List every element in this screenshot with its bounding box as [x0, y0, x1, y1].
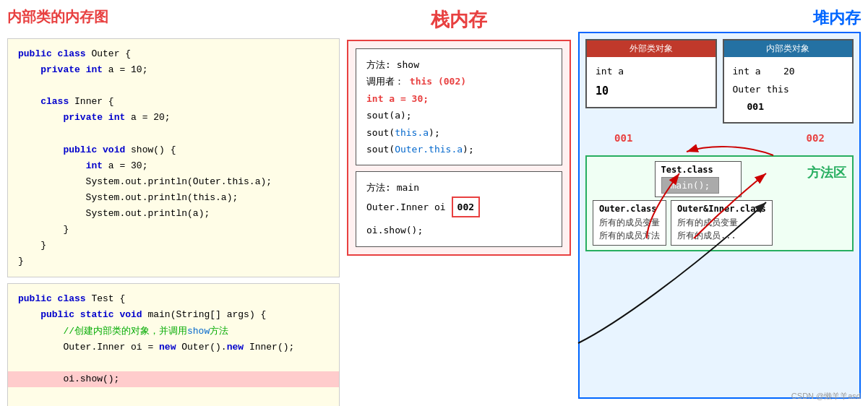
- caller-row: 调用者： this (002): [366, 73, 551, 90]
- inner-obj-body: int a 20 Outer this 001: [724, 57, 853, 122]
- class-row: Outer.class 所有的成员变量所有的成员方法 Outer&Inner.c…: [593, 200, 803, 246]
- outer-inner-class-box: Outer&Inner.class 所有的成员变量所有的成员...: [671, 200, 773, 246]
- stack-title: 栈内存: [431, 7, 487, 33]
- sout2: sout(this.a);: [366, 124, 551, 141]
- oi-decl-row: Outer.Inner oi 002: [366, 196, 551, 217]
- main-method-label: 方法: main: [366, 179, 551, 196]
- outer-inner-class-title: Outer&Inner.class: [677, 204, 766, 214]
- stack-border: 方法: show 调用者： this (002) int a = 30; sou…: [347, 40, 571, 256]
- test-class-box: Test.class main();: [655, 161, 742, 197]
- page-title: 内部类的内存图: [7, 7, 340, 27]
- outer-class-title: Outer.class: [599, 204, 660, 214]
- addr-001: 001: [614, 129, 632, 147]
- sout1: sout(a);: [366, 107, 551, 124]
- inner-obj-header: 内部类对象: [724, 40, 853, 57]
- int-decl: int a = 30;: [366, 90, 551, 107]
- heap-objects-row: 外部类对象 int a 10 内部类对象 i: [585, 39, 854, 124]
- code-block-test: public class Test { public static void m…: [7, 283, 340, 406]
- inner-outer-this-value: 001: [733, 98, 844, 116]
- sout3: sout(Outer.this.a);: [366, 141, 551, 157]
- oi-value: 002: [452, 196, 480, 217]
- main-frame: 方法: main Outer.Inner oi 002 oi.show();: [356, 171, 562, 246]
- heap-outer: 外部类对象 int a 10 内部类对象 i: [578, 32, 861, 399]
- watermark: CSDN @懒羊羊asd: [791, 391, 861, 402]
- outer-int-a-value: 10: [596, 81, 707, 102]
- inner-object-box: 内部类对象 int a 20 Outer this 001: [723, 39, 854, 124]
- addr-row: 001 002: [585, 128, 854, 151]
- main-method-btn: main();: [661, 177, 720, 194]
- outer-object-box: 外部类对象 int a 10: [585, 39, 717, 108]
- method-classes-col: Test.class main(); Outer.class 所有的成员变量所有…: [593, 161, 803, 246]
- outer-int-a: int a: [596, 63, 707, 81]
- outer-obj-header: 外部类对象: [587, 40, 716, 57]
- method-area: Test.class main(); Outer.class 所有的成员变量所有…: [585, 155, 854, 251]
- outer-obj-body: int a 10: [587, 57, 716, 107]
- code-block-outer: public class Outer { private int a = 10;…: [7, 38, 340, 277]
- stack-section: 栈内存 方法: show 调用者： this (002) int a = 30;…: [347, 7, 571, 399]
- heap-section: 堆内存 外部类对象 int a 10: [578, 7, 861, 399]
- show-frame: 方法: show 调用者： this (002) int a = 30; sou…: [356, 48, 562, 165]
- show-method-label: 方法: show: [366, 56, 551, 73]
- outer-inner-class-body: 所有的成员变量所有的成员...: [677, 216, 766, 242]
- code-section: 内部类的内存图 public class Outer { private int…: [7, 7, 340, 399]
- addr-002: 002: [807, 129, 825, 147]
- outer-class-box: Outer.class 所有的成员变量所有的成员方法: [593, 200, 666, 246]
- test-class-title: Test.class: [661, 165, 735, 175]
- show-call: oi.show();: [366, 222, 551, 238]
- inner-outer-this: Outer this: [733, 81, 844, 99]
- outer-class-body: 所有的成员变量所有的成员方法: [599, 216, 660, 242]
- heap-title: 堆内存: [578, 7, 861, 29]
- inner-int-a: int a 20: [733, 63, 844, 81]
- method-area-label: 方法区: [807, 164, 846, 181]
